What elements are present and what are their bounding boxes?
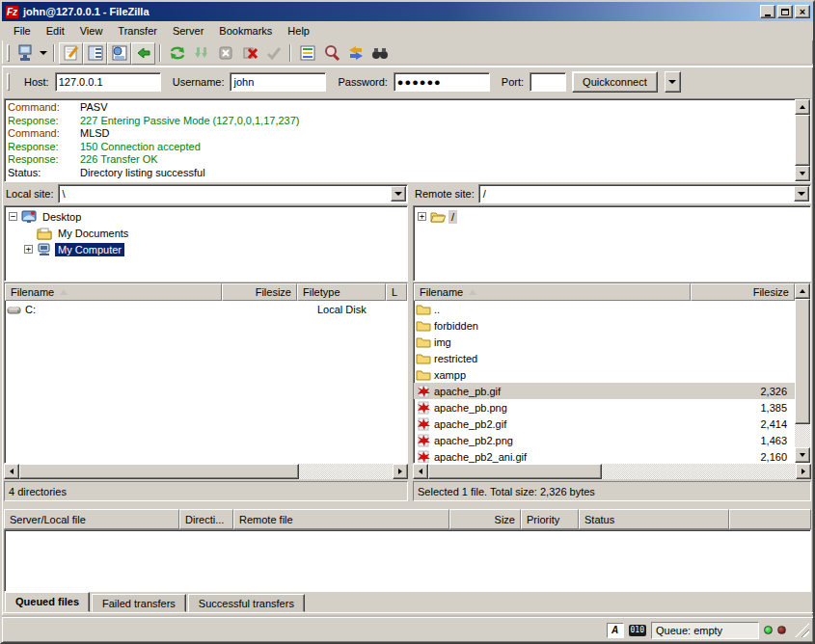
scrollbar-thumb[interactable] <box>19 464 299 479</box>
remote-row-selected[interactable]: apache_pb.gif 2,326 <box>414 383 795 399</box>
column-header-filesize[interactable]: Filesize <box>222 283 297 301</box>
find-files-button[interactable] <box>367 42 392 65</box>
scrollbar-thumb[interactable] <box>428 464 602 479</box>
column-header-filename[interactable]: Filename <box>414 283 691 301</box>
tree-item-root[interactable]: + / <box>414 208 810 225</box>
disconnect-button[interactable] <box>237 42 261 65</box>
scroll-right-button[interactable] <box>393 464 408 479</box>
remote-row[interactable]: apache_pb2.png 1,463 <box>414 432 795 448</box>
remote-site-combo[interactable]: / <box>478 184 811 203</box>
scroll-left-button[interactable] <box>413 464 428 479</box>
toggle-local-tree-button[interactable] <box>83 42 107 65</box>
local-site-dropdown[interactable] <box>391 186 406 201</box>
column-label: Filename <box>11 286 54 298</box>
log-line: Response:150 Connection accepted <box>8 141 793 154</box>
queue-list-empty[interactable] <box>4 529 811 592</box>
quickconnect-button[interactable]: Quickconnect <box>572 71 658 93</box>
refresh-button[interactable] <box>165 42 189 65</box>
datatype-ascii-indicator[interactable]: A <box>607 623 624 638</box>
local-site-combo[interactable]: \ <box>58 184 408 203</box>
column-label: Filesize <box>256 286 291 298</box>
minimize-button[interactable] <box>760 5 775 18</box>
log-label: Command: <box>8 101 80 115</box>
arrow-left-icon <box>10 469 14 474</box>
log-vertical-scrollbar[interactable] <box>795 99 810 181</box>
menu-bookmarks[interactable]: Bookmarks <box>211 22 280 40</box>
scrollbar-thumb[interactable] <box>795 299 810 424</box>
queue-column-remote-file[interactable]: Remote file <box>233 509 449 529</box>
remote-row[interactable]: forbidden <box>414 317 795 334</box>
password-input[interactable] <box>394 72 490 92</box>
remote-row[interactable]: .. <box>414 301 795 317</box>
tree-item-desktop[interactable]: − Desktop <box>5 208 407 225</box>
remote-horizontal-scrollbar[interactable] <box>413 464 811 479</box>
queue-column-size[interactable]: Size <box>449 509 521 529</box>
file-size: 2,326 <box>693 386 795 397</box>
toggle-log-button[interactable] <box>59 42 83 65</box>
tree-item-my-documents[interactable]: My Documents <box>5 225 407 241</box>
local-row-c-drive[interactable]: C: Local Disk <box>5 301 407 317</box>
port-input[interactable] <box>530 72 566 92</box>
scroll-down-button[interactable] <box>795 447 810 463</box>
cancel-operation-button[interactable] <box>213 42 237 65</box>
tab-queued-files[interactable]: Queued files <box>5 592 90 612</box>
collapse-icon[interactable]: − <box>9 212 17 221</box>
remote-row[interactable]: apache_pb2.gif 2,414 <box>414 416 795 432</box>
file-type: Local Disk <box>317 304 404 315</box>
menu-transfer[interactable]: Transfer <box>110 22 165 40</box>
quickconnect-dropdown[interactable] <box>665 71 681 93</box>
window-title: john@127.0.0.1 - FileZilla <box>23 6 760 17</box>
site-manager-button[interactable] <box>13 42 37 65</box>
scroll-left-button[interactable] <box>4 464 19 479</box>
column-header-filename[interactable]: Filename <box>5 283 222 301</box>
remote-row[interactable]: apache_pb2_ani.gif 2,160 <box>414 448 795 464</box>
directory-comparison-button[interactable] <box>295 42 319 65</box>
queue-column-status[interactable]: Status <box>579 509 729 529</box>
queue-column-server-local-file[interactable]: Server/Local file <box>4 509 179 529</box>
reconnect-button[interactable] <box>261 42 285 65</box>
filename-filter-button[interactable] <box>319 42 343 65</box>
remote-row[interactable]: restricted <box>414 350 795 366</box>
tab-successful-transfers[interactable]: Successful transfers <box>188 594 305 612</box>
column-header-last-modified[interactable]: L <box>386 283 407 301</box>
synchronized-browsing-button[interactable] <box>343 42 367 65</box>
scroll-down-button[interactable] <box>795 166 810 181</box>
remote-site-dropdown[interactable] <box>794 186 809 201</box>
host-input[interactable] <box>55 72 161 92</box>
maximize-button[interactable] <box>777 5 793 18</box>
menu-file[interactable]: File <box>6 22 39 40</box>
scroll-up-button[interactable] <box>795 283 810 299</box>
toggle-remote-tree-button[interactable] <box>107 42 131 65</box>
site-manager-dropdown[interactable] <box>37 42 49 65</box>
menu-edit[interactable]: Edit <box>39 22 72 40</box>
toggle-queue-button[interactable] <box>131 42 155 65</box>
log-label: Command: <box>8 127 80 141</box>
menubar: File Edit View Transfer Server Bookmarks… <box>2 21 813 40</box>
tab-failed-transfers[interactable]: Failed transfers <box>92 594 186 612</box>
scrollbar-thumb[interactable] <box>795 115 810 166</box>
local-list-rows: C: Local Disk <box>5 301 407 463</box>
folder-icon <box>416 319 431 333</box>
menu-view[interactable]: View <box>72 22 111 40</box>
remote-row[interactable]: apache_pb.png 1,385 <box>414 399 795 416</box>
tree-item-my-computer[interactable]: + My Computer <box>5 241 407 257</box>
process-queue-button[interactable] <box>189 42 213 65</box>
column-header-filetype[interactable]: Filetype <box>297 283 386 301</box>
queue-column-direction[interactable]: Directi... <box>179 509 233 529</box>
resize-grip[interactable] <box>795 623 809 637</box>
scroll-up-button[interactable] <box>795 99 810 115</box>
close-button[interactable]: × <box>795 5 810 18</box>
menu-server[interactable]: Server <box>165 22 211 40</box>
scroll-right-button[interactable] <box>796 464 811 479</box>
remote-row[interactable]: xampp <box>414 366 795 383</box>
expand-icon[interactable]: + <box>24 245 33 254</box>
column-header-filesize[interactable]: Filesize <box>691 283 795 301</box>
local-horizontal-scrollbar[interactable] <box>4 464 408 479</box>
menu-help[interactable]: Help <box>280 22 317 40</box>
remote-vertical-scrollbar[interactable] <box>795 283 810 463</box>
username-input[interactable] <box>230 72 326 92</box>
binary-indicator-icon[interactable]: 010 <box>629 625 646 636</box>
queue-column-priority[interactable]: Priority <box>521 509 579 529</box>
remote-row[interactable]: img <box>414 334 795 350</box>
expand-icon[interactable]: + <box>418 212 426 221</box>
